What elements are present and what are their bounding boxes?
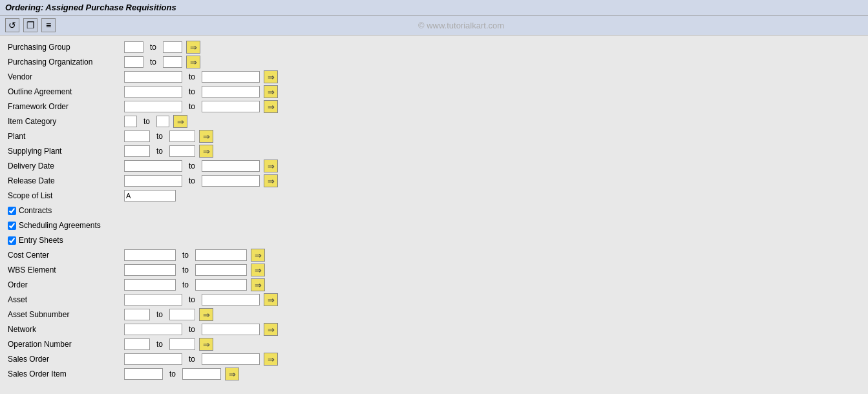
asset-arrow[interactable] — [264, 293, 278, 306]
asset-subnumber-arrow[interactable] — [199, 308, 213, 321]
purchasing-org-arrow[interactable] — [186, 56, 200, 68]
title-bar: Ordering: Assigned Purchase Requisitions — [0, 0, 868, 16]
asset-subnumber-row: Asset Subnumber to — [8, 308, 860, 321]
operation-number-from[interactable] — [124, 338, 150, 350]
sales-order-item-arrow[interactable] — [225, 368, 239, 380]
scheduling-agreements-label: Scheduling Agreements — [19, 221, 101, 230]
scheduling-agreements-checkbox[interactable] — [8, 222, 16, 230]
entry-sheets-checkbox[interactable] — [8, 236, 16, 245]
sales-order-item-from[interactable] — [124, 368, 163, 380]
wbs-element-to[interactable] — [195, 264, 247, 276]
supplying-plant-to[interactable] — [169, 145, 195, 157]
purchasing-org-to[interactable] — [163, 56, 182, 68]
asset-subnumber-label: Asset Subnumber — [8, 310, 124, 319]
cost-center-from[interactable] — [124, 249, 176, 261]
sales-order-to[interactable] — [202, 353, 260, 365]
supplying-plant-row: Supplying Plant to — [8, 145, 860, 158]
asset-from[interactable] — [124, 294, 182, 306]
to-label-2: to — [143, 57, 163, 67]
network-label: Network — [8, 325, 124, 334]
framework-order-from[interactable] — [124, 101, 182, 112]
network-to[interactable] — [202, 324, 260, 335]
outline-agreement-label: Outline Agreement — [8, 87, 124, 96]
delivery-date-label: Delivery Date — [8, 161, 124, 171]
delivery-date-from[interactable] — [124, 160, 182, 172]
delivery-date-row: Delivery Date to — [8, 160, 860, 172]
supplying-plant-arrow[interactable] — [199, 145, 213, 158]
sales-order-arrow[interactable] — [264, 353, 278, 366]
item-category-label: Item Category — [8, 117, 124, 126]
watermark: © www.tutorialkart.com — [59, 21, 863, 30]
framework-order-row: Framework Order to — [8, 100, 860, 113]
release-date-arrow[interactable] — [264, 174, 278, 187]
cost-center-row: Cost Center to — [8, 249, 860, 262]
item-category-arrow[interactable] — [173, 115, 187, 128]
outline-agreement-from[interactable] — [124, 86, 182, 98]
outline-agreement-to[interactable] — [202, 86, 260, 98]
to-label-9: to — [182, 161, 202, 171]
plant-row: Plant to — [8, 130, 860, 143]
asset-to[interactable] — [202, 294, 260, 306]
purchasing-group-from[interactable] — [124, 41, 143, 53]
operation-number-to[interactable] — [169, 338, 195, 350]
network-row: Network to — [8, 323, 860, 336]
operation-number-arrow[interactable] — [199, 338, 213, 351]
to-label-5: to — [182, 102, 202, 111]
vendor-arrow[interactable] — [264, 70, 278, 83]
purchasing-group-arrow[interactable] — [186, 41, 200, 54]
plant-from[interactable] — [124, 130, 150, 142]
delivery-date-arrow[interactable] — [264, 160, 278, 172]
plant-to[interactable] — [169, 130, 195, 142]
purchasing-org-from[interactable] — [124, 56, 143, 68]
plant-arrow[interactable] — [199, 130, 213, 143]
purchasing-group-label: Purchasing Group — [8, 43, 124, 52]
menu-icon[interactable]: ≡ — [41, 18, 56, 32]
network-from[interactable] — [124, 324, 182, 335]
order-row: Order to — [8, 278, 860, 291]
sales-order-label: Sales Order — [8, 355, 124, 364]
vendor-from[interactable] — [124, 71, 182, 83]
page-title: Ordering: Assigned Purchase Requisitions — [5, 3, 176, 12]
cost-center-arrow[interactable] — [251, 249, 265, 262]
scope-of-list-label: Scope of List — [8, 191, 124, 200]
vendor-to[interactable] — [202, 71, 260, 83]
item-category-from[interactable] — [124, 116, 137, 127]
sales-order-item-to[interactable] — [182, 368, 221, 380]
to-label-8: to — [150, 147, 169, 156]
operation-number-row: Operation Number to — [8, 338, 860, 351]
order-from[interactable] — [124, 279, 176, 291]
asset-row: Asset to — [8, 293, 860, 306]
wbs-element-from[interactable] — [124, 264, 176, 276]
network-arrow[interactable] — [264, 323, 278, 336]
framework-order-arrow[interactable] — [264, 100, 278, 113]
release-date-from[interactable] — [124, 175, 182, 187]
order-arrow[interactable] — [251, 278, 265, 291]
outline-agreement-arrow[interactable] — [264, 85, 278, 98]
wbs-element-arrow[interactable] — [251, 264, 265, 276]
item-category-to[interactable] — [156, 116, 169, 127]
to-label-15: to — [150, 310, 169, 319]
form-content: Purchasing Group to Purchasing Organizat… — [0, 36, 868, 391]
forward-icon[interactable]: ❐ — [23, 18, 37, 32]
purchasing-group-to[interactable] — [163, 41, 182, 53]
sales-order-from[interactable] — [124, 353, 182, 365]
delivery-date-to[interactable] — [202, 160, 260, 172]
scope-of-list-input[interactable] — [124, 190, 176, 202]
plant-label: Plant — [8, 132, 124, 141]
order-to[interactable] — [195, 279, 247, 291]
order-label: Order — [8, 280, 124, 289]
cost-center-to[interactable] — [195, 249, 247, 261]
to-label-6: to — [137, 117, 156, 126]
supplying-plant-from[interactable] — [124, 145, 150, 157]
contracts-checkbox[interactable] — [8, 207, 16, 215]
vendor-row: Vendor to — [8, 70, 860, 83]
framework-order-to[interactable] — [202, 101, 260, 112]
asset-label: Asset — [8, 295, 124, 304]
asset-subnumber-from[interactable] — [124, 309, 150, 320]
vendor-label: Vendor — [8, 72, 124, 81]
back-icon[interactable]: ↺ — [5, 18, 19, 32]
asset-subnumber-to[interactable] — [169, 309, 195, 320]
release-date-to[interactable] — [202, 175, 260, 187]
framework-order-label: Framework Order — [8, 102, 124, 111]
sales-order-row: Sales Order to — [8, 353, 860, 366]
